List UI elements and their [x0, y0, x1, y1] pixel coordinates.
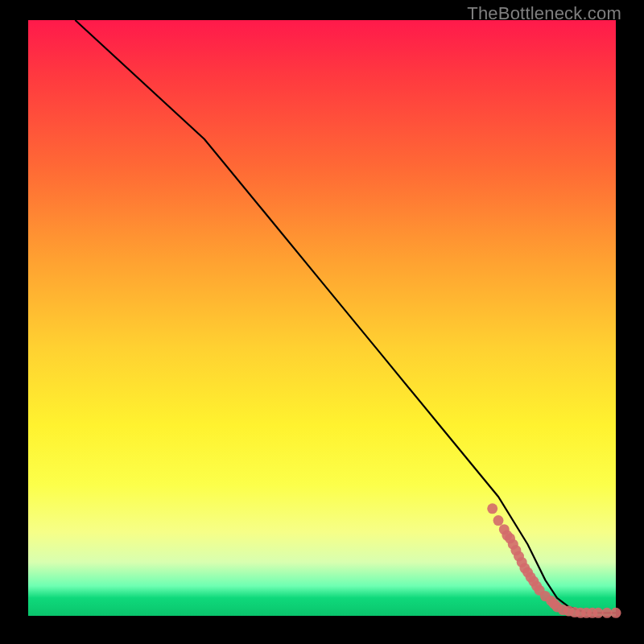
curve-line	[75, 20, 616, 613]
curve-markers	[487, 503, 621, 618]
data-marker	[493, 515, 504, 526]
chart-svg	[28, 20, 616, 616]
data-marker	[487, 503, 497, 514]
data-marker	[611, 608, 621, 618]
chart-frame: TheBottleneck.com	[0, 0, 644, 644]
